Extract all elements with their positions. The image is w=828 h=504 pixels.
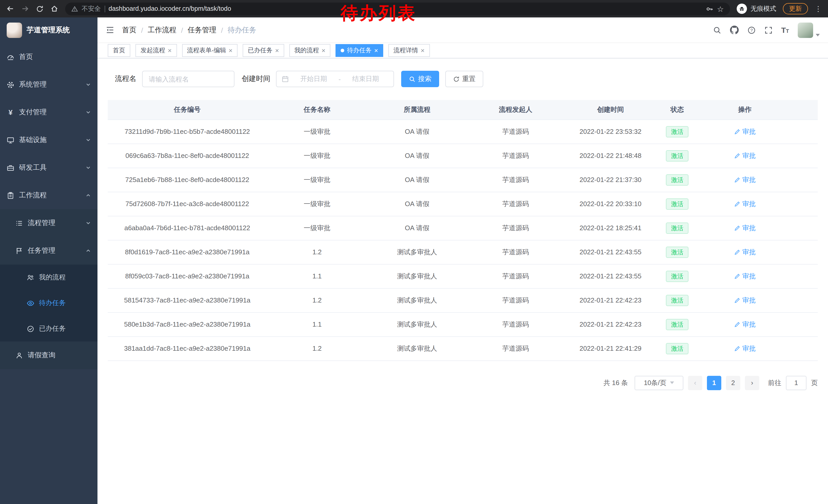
check-circle-icon [27, 325, 34, 332]
cell-initiator: 芋道源码 [467, 120, 564, 144]
logo-avatar [7, 22, 22, 38]
screen: 不安全 dashboard.yudao.iocoder.cn/bpm/task/… [0, 0, 828, 504]
sidebar-item-label: 首页 [19, 52, 33, 61]
tab-close-icon[interactable]: × [229, 47, 233, 54]
search-icon[interactable] [713, 26, 721, 34]
back-icon[interactable] [6, 5, 14, 13]
goto-page-input[interactable] [786, 375, 806, 390]
sidebar-item-label: 任务管理 [28, 246, 55, 255]
incognito-icon [737, 4, 747, 14]
browser-update-button[interactable]: 更新 [783, 3, 808, 14]
tab-close-icon[interactable]: × [322, 47, 326, 54]
reload-icon[interactable] [36, 5, 44, 12]
cell-task-id: 58154733-7ac8-11ec-a9e2-a2380e71991a [108, 288, 267, 312]
cell-process: 测试多审批人 [367, 312, 467, 336]
cell-process: OA 请假 [367, 192, 467, 216]
tab-done-tasks[interactable]: 已办任务 × [243, 44, 284, 57]
breadcrumb-separator: / [141, 26, 143, 34]
end-date-placeholder[interactable]: 结束日期 [343, 74, 388, 84]
sidebar-item-label: 我的流程 [39, 273, 66, 282]
monitor-icon [7, 136, 14, 144]
sidebar-item-todo-tasks[interactable]: 待办任务 [0, 290, 97, 316]
process-name-input[interactable] [142, 71, 235, 87]
cell-task-name: 1.2 [267, 288, 367, 312]
table-row: 580e1b3d-7ac8-11ec-a9e2-a2380e71991a 1.1… [108, 312, 818, 336]
font-size-icon[interactable]: TT [781, 26, 789, 34]
cell-created: 2022-01-21 22:42:23 [564, 312, 657, 336]
process-name-label: 流程名 [115, 74, 136, 84]
status-badge: 激活 [666, 222, 689, 234]
sidebar-item-leave-query[interactable]: 请假查询 [0, 341, 97, 369]
search-button[interactable]: 搜索 [401, 71, 439, 87]
date-range-picker[interactable]: 开始日期 - 结束日期 [276, 71, 394, 87]
url-text[interactable]: dashboard.yudao.iocoder.cn/bpm/task/todo [109, 5, 231, 12]
approve-link-label: 审批 [742, 295, 756, 305]
page-button-2[interactable]: 2 [726, 375, 740, 390]
sidebar-item-my-process[interactable]: 我的流程 [0, 265, 97, 290]
approve-link[interactable]: 审批 [734, 175, 756, 184]
next-page-button[interactable]: › [745, 375, 759, 390]
sidebar-item-system[interactable]: 系统管理 [0, 71, 97, 98]
tab-home[interactable]: 首页 [108, 44, 130, 57]
search-icon [409, 76, 416, 82]
approve-link[interactable]: 审批 [734, 344, 756, 353]
breadcrumb-home[interactable]: 首页 [122, 26, 136, 35]
app-logo[interactable]: 芋道管理系统 [0, 17, 97, 43]
reset-button[interactable]: 重置 [445, 71, 483, 87]
calendar-icon [282, 75, 289, 83]
forward-icon[interactable] [21, 5, 29, 13]
approve-link[interactable]: 审批 [734, 295, 756, 305]
help-icon[interactable]: ? [747, 26, 755, 34]
tab-close-icon[interactable]: × [275, 47, 279, 54]
sidebar-item-payment[interactable]: ¥ 支付管理 [0, 98, 97, 126]
tab-my-process[interactable]: 我的流程 × [289, 44, 331, 57]
create-time-label: 创建时间 [242, 74, 271, 84]
sidebar-item-workflow[interactable]: 工作流程 [0, 182, 97, 209]
breadcrumb-workflow[interactable]: 工作流程 [148, 26, 176, 35]
dashboard-icon [7, 53, 14, 61]
approve-link[interactable]: 审批 [734, 127, 756, 136]
approve-link[interactable]: 审批 [734, 223, 756, 232]
github-icon[interactable] [730, 26, 739, 34]
avatar[interactable] [798, 22, 813, 38]
cell-task-id: 8f059c03-7ac8-11ec-a9e2-a2380e71991a [108, 264, 267, 288]
security-label[interactable]: 不安全 [82, 4, 101, 13]
sidebar-item-label: 基础设施 [19, 135, 47, 145]
sidebar-item-devtools[interactable]: 研发工具 [0, 154, 97, 182]
col-status: 状态 [657, 100, 698, 120]
approve-link[interactable]: 审批 [734, 199, 756, 209]
tab-todo-tasks[interactable]: 待办任务 × [336, 44, 383, 57]
password-key-icon[interactable] [706, 5, 713, 12]
sidebar-item-done-tasks[interactable]: 已办任务 [0, 316, 97, 341]
bookmark-star-icon[interactable]: ☆ [717, 5, 724, 12]
user-menu[interactable] [798, 22, 820, 38]
tab-close-icon[interactable]: × [168, 47, 172, 54]
approve-link[interactable]: 审批 [734, 272, 756, 281]
approve-link[interactable]: 审批 [734, 247, 756, 257]
browser-menu-icon[interactable]: ⋮ [815, 5, 822, 13]
edit-pencil-icon [734, 177, 740, 183]
approve-link[interactable]: 审批 [734, 320, 756, 329]
sidebar-item-task-management[interactable]: 任务管理 [0, 237, 97, 265]
col-task-name: 任务名称 [267, 100, 367, 120]
fullscreen-icon[interactable] [764, 26, 772, 34]
sidebar-item-process-management[interactable]: 流程管理 [0, 209, 97, 237]
tab-process-detail[interactable]: 流程详情 × [388, 44, 430, 57]
tab-close-icon[interactable]: × [421, 47, 424, 54]
tab-start-process[interactable]: 发起流程 × [135, 44, 177, 57]
chevron-up-icon [86, 193, 91, 198]
home-icon[interactable] [50, 5, 58, 13]
tab-form-edit[interactable]: 流程表单-编辑 × [182, 44, 238, 57]
prev-page-button[interactable]: ‹ [688, 375, 702, 390]
tab-close-icon[interactable]: × [374, 47, 378, 54]
sidebar-collapse-icon[interactable] [106, 26, 114, 34]
page-size-select[interactable]: 10条/页 [634, 375, 683, 390]
chevron-up-icon [86, 248, 91, 253]
sidebar-item-infrastructure[interactable]: 基础设施 [0, 126, 97, 154]
breadcrumb-task-management[interactable]: 任务管理 [188, 26, 216, 35]
sidebar-item-home[interactable]: 首页 [0, 43, 97, 71]
page-button-1[interactable]: 1 [707, 375, 721, 390]
start-date-placeholder[interactable]: 开始日期 [291, 74, 336, 84]
tab-label: 已办任务 [248, 46, 273, 55]
approve-link[interactable]: 审批 [734, 151, 756, 160]
